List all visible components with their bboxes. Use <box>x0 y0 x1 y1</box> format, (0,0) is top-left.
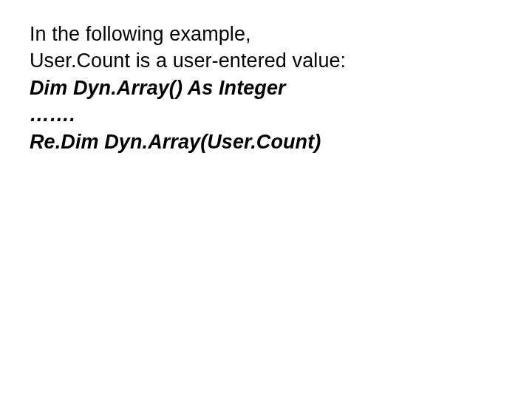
text-line-2: User.Count is a user-entered value: <box>30 47 505 74</box>
slide-content: In the following example, User.Count is … <box>0 0 532 399</box>
code-line-2: ……. <box>30 101 505 128</box>
code-line-1: Dim Dyn.Array() As Integer <box>30 75 505 101</box>
text-line-1: In the following example, <box>30 21 505 47</box>
code-line-3: Re.Dim Dyn.Array(User.Count) <box>30 129 505 155</box>
